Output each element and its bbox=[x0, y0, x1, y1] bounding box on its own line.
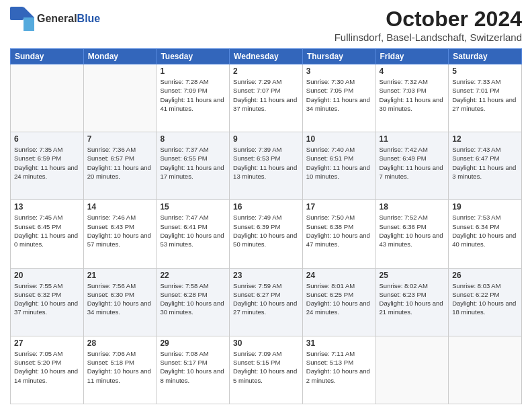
day-number: 12 bbox=[452, 134, 518, 144]
calendar-cell-w5-d5: 31Sunrise: 7:11 AMSunset: 5:13 PMDayligh… bbox=[302, 336, 375, 404]
day-info: Sunrise: 7:53 AMSunset: 6:34 PMDaylight:… bbox=[452, 213, 518, 248]
calendar-cell-w3-d3: 15Sunrise: 7:47 AMSunset: 6:41 PMDayligh… bbox=[157, 200, 230, 268]
calendar-cell-w3-d1: 13Sunrise: 7:45 AMSunset: 6:45 PMDayligh… bbox=[11, 200, 84, 268]
header-sunday: Sunday bbox=[11, 49, 84, 64]
week-row-1: 1Sunrise: 7:28 AMSunset: 7:09 PMDaylight… bbox=[11, 64, 522, 132]
day-info: Sunrise: 7:47 AMSunset: 6:41 PMDaylight:… bbox=[160, 213, 226, 248]
calendar-cell-w4-d4: 23Sunrise: 7:59 AMSunset: 6:27 PMDayligh… bbox=[230, 268, 303, 336]
calendar-cell-w2-d6: 11Sunrise: 7:42 AMSunset: 6:49 PMDayligh… bbox=[375, 132, 449, 200]
day-info: Sunrise: 7:45 AMSunset: 6:45 PMDaylight:… bbox=[14, 213, 80, 248]
day-number: 19 bbox=[452, 202, 518, 212]
day-number: 10 bbox=[306, 134, 372, 144]
day-info: Sunrise: 7:09 AMSunset: 5:15 PMDaylight:… bbox=[233, 349, 299, 385]
day-number: 13 bbox=[14, 202, 80, 212]
day-info: Sunrise: 7:28 AMSunset: 7:09 PMDaylight:… bbox=[160, 77, 226, 113]
day-number: 11 bbox=[380, 134, 445, 144]
day-number: 28 bbox=[87, 338, 153, 348]
day-number: 17 bbox=[306, 202, 372, 212]
calendar-cell-w1-d5: 3Sunrise: 7:30 AMSunset: 7:05 PMDaylight… bbox=[302, 64, 375, 132]
day-info: Sunrise: 8:03 AMSunset: 6:22 PMDaylight:… bbox=[452, 281, 518, 317]
day-info: Sunrise: 7:55 AMSunset: 6:32 PMDaylight:… bbox=[14, 281, 80, 317]
day-info: Sunrise: 8:02 AMSunset: 6:23 PMDaylight:… bbox=[380, 281, 445, 317]
day-number: 25 bbox=[380, 271, 445, 280]
calendar-cell-w3-d6: 18Sunrise: 7:52 AMSunset: 6:36 PMDayligh… bbox=[375, 200, 449, 268]
day-number: 2 bbox=[233, 66, 299, 76]
calendar-cell-w2-d7: 12Sunrise: 7:43 AMSunset: 6:47 PMDayligh… bbox=[449, 132, 522, 200]
day-number: 21 bbox=[87, 271, 153, 280]
day-number: 14 bbox=[87, 202, 153, 212]
day-info: Sunrise: 7:32 AMSunset: 7:03 PMDaylight:… bbox=[380, 77, 445, 113]
calendar-cell-w2-d5: 10Sunrise: 7:40 AMSunset: 6:51 PMDayligh… bbox=[302, 132, 375, 200]
day-number: 23 bbox=[233, 271, 299, 280]
week-row-2: 6Sunrise: 7:35 AMSunset: 6:59 PMDaylight… bbox=[11, 132, 522, 200]
calendar-cell-w5-d6 bbox=[375, 336, 449, 404]
calendar-cell-w1-d6: 4Sunrise: 7:32 AMSunset: 7:03 PMDaylight… bbox=[375, 64, 449, 132]
day-number: 9 bbox=[233, 134, 299, 144]
day-number: 7 bbox=[87, 134, 153, 144]
day-info: Sunrise: 7:39 AMSunset: 6:53 PMDaylight:… bbox=[233, 145, 299, 181]
calendar-cell-w3-d4: 16Sunrise: 7:49 AMSunset: 6:39 PMDayligh… bbox=[230, 200, 303, 268]
day-info: Sunrise: 7:56 AMSunset: 6:30 PMDaylight:… bbox=[87, 281, 153, 317]
calendar-cell-w5-d4: 30Sunrise: 7:09 AMSunset: 5:15 PMDayligh… bbox=[230, 336, 303, 404]
header-saturday: Saturday bbox=[449, 49, 522, 64]
day-info: Sunrise: 7:49 AMSunset: 6:39 PMDaylight:… bbox=[233, 213, 299, 248]
day-number: 20 bbox=[14, 271, 80, 280]
day-info: Sunrise: 7:05 AMSunset: 5:20 PMDaylight:… bbox=[14, 349, 80, 385]
calendar-cell-w1-d7: 5Sunrise: 7:33 AMSunset: 7:01 PMDaylight… bbox=[449, 64, 522, 132]
calendar-cell-w1-d1 bbox=[11, 64, 84, 132]
day-info: Sunrise: 7:40 AMSunset: 6:51 PMDaylight:… bbox=[306, 145, 372, 181]
logo-general: General bbox=[37, 13, 77, 24]
calendar-cell-w3-d2: 14Sunrise: 7:46 AMSunset: 6:43 PMDayligh… bbox=[83, 200, 157, 268]
header-thursday: Thursday bbox=[302, 49, 375, 64]
calendar-cell-w4-d7: 26Sunrise: 8:03 AMSunset: 6:22 PMDayligh… bbox=[449, 268, 522, 336]
calendar-cell-w4-d2: 21Sunrise: 7:56 AMSunset: 6:30 PMDayligh… bbox=[83, 268, 157, 336]
calendar-cell-w5-d7 bbox=[449, 336, 522, 404]
day-info: Sunrise: 7:36 AMSunset: 6:57 PMDaylight:… bbox=[87, 145, 153, 181]
logo: GeneralBlue bbox=[10, 7, 100, 31]
calendar-cell-w5-d3: 29Sunrise: 7:08 AMSunset: 5:17 PMDayligh… bbox=[157, 336, 230, 404]
main-title: October 2024 bbox=[335, 7, 522, 32]
header-friday: Friday bbox=[375, 49, 449, 64]
calendar-table: Sunday Monday Tuesday Wednesday Thursday… bbox=[10, 48, 522, 404]
header: GeneralBlue October 2024 Fullinsdorf, Ba… bbox=[10, 7, 522, 43]
day-number: 3 bbox=[306, 66, 372, 76]
calendar-cell-w2-d1: 6Sunrise: 7:35 AMSunset: 6:59 PMDaylight… bbox=[11, 132, 84, 200]
title-area: October 2024 Fullinsdorf, Basel-Landscha… bbox=[335, 7, 522, 43]
subtitle: Fullinsdorf, Basel-Landschaft, Switzerla… bbox=[335, 32, 522, 43]
logo-blue: Blue bbox=[77, 13, 101, 24]
day-number: 30 bbox=[233, 338, 299, 348]
calendar-cell-w4-d1: 20Sunrise: 7:55 AMSunset: 6:32 PMDayligh… bbox=[11, 268, 84, 336]
calendar-cell-w1-d2 bbox=[83, 64, 157, 132]
header-tuesday: Tuesday bbox=[157, 49, 230, 64]
calendar-cell-w1-d3: 1Sunrise: 7:28 AMSunset: 7:09 PMDaylight… bbox=[157, 64, 230, 132]
day-number: 27 bbox=[14, 338, 80, 348]
logo-icon bbox=[10, 7, 34, 31]
day-info: Sunrise: 7:46 AMSunset: 6:43 PMDaylight:… bbox=[87, 213, 153, 248]
day-info: Sunrise: 7:11 AMSunset: 5:13 PMDaylight:… bbox=[306, 349, 372, 385]
day-number: 31 bbox=[306, 338, 372, 348]
calendar-cell-w5-d1: 27Sunrise: 7:05 AMSunset: 5:20 PMDayligh… bbox=[11, 336, 84, 404]
calendar-cell-w3-d7: 19Sunrise: 7:53 AMSunset: 6:34 PMDayligh… bbox=[449, 200, 522, 268]
week-row-4: 20Sunrise: 7:55 AMSunset: 6:32 PMDayligh… bbox=[11, 268, 522, 336]
day-info: Sunrise: 7:35 AMSunset: 6:59 PMDaylight:… bbox=[14, 145, 80, 181]
day-info: Sunrise: 7:37 AMSunset: 6:55 PMDaylight:… bbox=[160, 145, 226, 181]
weekday-header-row: Sunday Monday Tuesday Wednesday Thursday… bbox=[11, 49, 522, 64]
calendar-cell-w4-d3: 22Sunrise: 7:58 AMSunset: 6:28 PMDayligh… bbox=[157, 268, 230, 336]
day-number: 18 bbox=[380, 202, 445, 212]
week-row-5: 27Sunrise: 7:05 AMSunset: 5:20 PMDayligh… bbox=[11, 336, 522, 404]
calendar-cell-w3-d5: 17Sunrise: 7:50 AMSunset: 6:38 PMDayligh… bbox=[302, 200, 375, 268]
day-info: Sunrise: 7:06 AMSunset: 5:18 PMDaylight:… bbox=[87, 349, 153, 385]
calendar-cell-w5-d2: 28Sunrise: 7:06 AMSunset: 5:18 PMDayligh… bbox=[83, 336, 157, 404]
calendar-cell-w2-d4: 9Sunrise: 7:39 AMSunset: 6:53 PMDaylight… bbox=[230, 132, 303, 200]
day-info: Sunrise: 7:30 AMSunset: 7:05 PMDaylight:… bbox=[306, 77, 372, 113]
day-number: 16 bbox=[233, 202, 299, 212]
day-number: 24 bbox=[306, 271, 372, 280]
svg-marker-2 bbox=[24, 17, 34, 31]
day-number: 1 bbox=[160, 66, 226, 76]
day-number: 6 bbox=[14, 134, 80, 144]
header-monday: Monday bbox=[83, 49, 157, 64]
day-number: 5 bbox=[452, 66, 518, 76]
day-number: 29 bbox=[160, 338, 226, 348]
day-info: Sunrise: 7:50 AMSunset: 6:38 PMDaylight:… bbox=[306, 213, 372, 248]
week-row-3: 13Sunrise: 7:45 AMSunset: 6:45 PMDayligh… bbox=[11, 200, 522, 268]
